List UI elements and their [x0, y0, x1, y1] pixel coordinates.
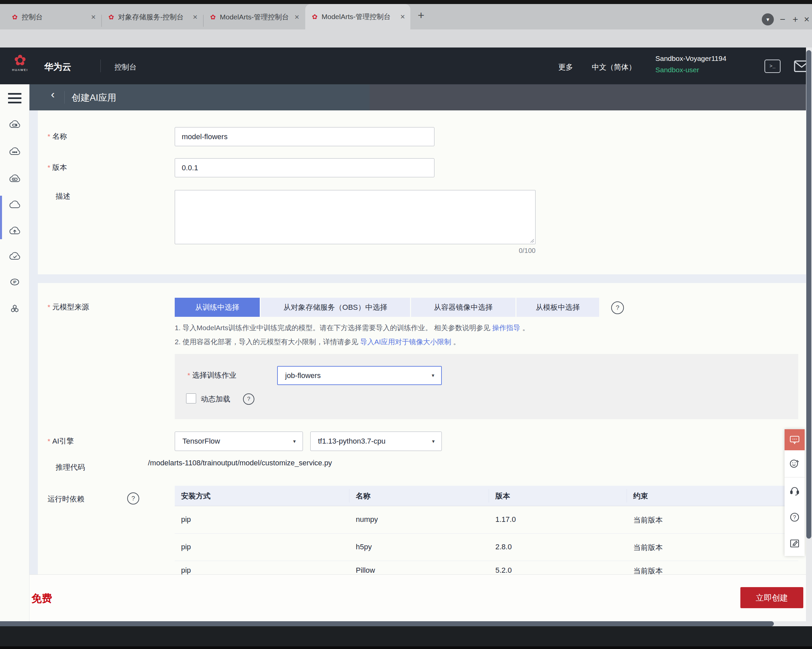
- source-tab-container-image[interactable]: 从容器镜像中选择: [411, 298, 516, 317]
- tab-close-icon[interactable]: ×: [295, 12, 299, 22]
- chevron-down-icon: ▼: [292, 439, 296, 444]
- browser-tab-modelarts-active[interactable]: ✿ ModelArts-管理控制台 ×: [305, 4, 411, 29]
- page-back-button[interactable]: ‹: [51, 88, 55, 101]
- note-text: 。: [451, 338, 460, 346]
- source-note-1: 1. 导入ModelArts训练作业中训练完成的模型。请在下方选择需要导入的训练…: [175, 323, 529, 332]
- brand-name[interactable]: 华为云: [44, 61, 71, 73]
- header-more[interactable]: 更多: [558, 62, 573, 72]
- cloud-dots-icon[interactable]: [9, 146, 21, 157]
- resize-grip-icon[interactable]: [530, 238, 534, 243]
- free-badge: 免费: [32, 591, 52, 605]
- cluster-icon[interactable]: [9, 303, 21, 314]
- ai-runtime-select[interactable]: tf1.13-python3.7-cpu ▼: [310, 431, 442, 451]
- browser-tab-modelarts-1[interactable]: ✿ ModelArts-管理控制台 ×: [203, 5, 305, 29]
- edit-note-icon: [789, 538, 800, 548]
- cell-install: pip: [181, 542, 191, 551]
- description-label: 描述: [56, 191, 70, 201]
- source-tab-obs[interactable]: 从对象存储服务（OBS）中选择: [261, 298, 410, 317]
- account-name: Sandbox-Voyager1194: [655, 53, 726, 64]
- note-text: 。: [520, 324, 530, 332]
- cell-name: numpy: [356, 515, 378, 524]
- drawer-edge-indicator: [0, 196, 2, 239]
- dynamic-load-help-icon[interactable]: ?: [243, 393, 254, 405]
- headset-icon: [789, 485, 800, 496]
- source-tab-template[interactable]: 从模板中选择: [516, 298, 599, 317]
- cloud-icon[interactable]: [9, 200, 21, 210]
- inference-code-label: 推理代码: [56, 462, 85, 472]
- cell-constraint: 当前版本: [633, 515, 663, 525]
- account-user: Sandbox-user: [655, 64, 726, 76]
- window-menu-button[interactable]: ▾: [762, 14, 774, 26]
- tab-title: 控制台: [22, 12, 88, 22]
- feedback-chat-button[interactable]: [785, 429, 804, 450]
- page-footer: [29, 574, 806, 621]
- operation-guide-link[interactable]: 操作指导: [492, 324, 520, 332]
- cloud-upload-icon[interactable]: [9, 226, 21, 236]
- image-size-limit-link[interactable]: 导入AI应用对于镜像大小限制: [360, 338, 451, 346]
- huawei-favicon-icon: ✿: [108, 13, 114, 21]
- help-button[interactable]: ?: [785, 504, 804, 530]
- train-job-label-row: * 选择训练作业: [188, 370, 236, 380]
- dependencies-help-icon[interactable]: ?: [127, 492, 139, 504]
- version-input[interactable]: [175, 158, 435, 177]
- model-source-label-row: * 元模型来源: [47, 302, 89, 312]
- cell-constraint: 当前版本: [633, 542, 663, 553]
- description-counter: 0/100: [469, 247, 536, 254]
- column-divider: [349, 489, 350, 503]
- name-input[interactable]: [175, 127, 435, 146]
- customer-service-button[interactable]: [785, 477, 804, 504]
- account-block[interactable]: Sandbox-Voyager1194 Sandbox-user: [655, 53, 726, 76]
- cloud-server-icon[interactable]: [9, 119, 21, 129]
- titlebar-divider: [64, 91, 65, 104]
- terminal-icon[interactable]: >_: [765, 59, 780, 73]
- survey-edit-button[interactable]: [785, 530, 804, 556]
- deps-header-version: 版本: [495, 491, 510, 501]
- ai-engine-label: AI引擎: [52, 436, 74, 446]
- eip-icon[interactable]: IP: [9, 277, 21, 287]
- create-now-button[interactable]: 立即创建: [740, 587, 803, 608]
- huawei-logo-text: HUAWEI: [12, 68, 28, 72]
- floating-toolbar: ?: [785, 429, 804, 556]
- dependencies-label: 运行时依赖: [47, 494, 84, 504]
- browser-tab-console[interactable]: ✿ 控制台 ×: [5, 5, 101, 29]
- nav-console[interactable]: 控制台: [114, 62, 137, 72]
- ai-runtime-value: tf1.13-python3.7-cpu: [318, 437, 386, 446]
- chat-bubble-icon: [789, 435, 800, 445]
- tab-close-icon[interactable]: ×: [400, 12, 405, 21]
- smiley-feedback-icon: [789, 458, 800, 469]
- cell-version: 1.17.0: [495, 515, 516, 524]
- description-textarea[interactable]: [175, 190, 536, 244]
- cloud-check-icon[interactable]: [9, 251, 21, 261]
- window-close-button[interactable]: ×: [804, 14, 809, 25]
- train-job-select[interactable]: job-flowers ▼: [277, 366, 442, 385]
- huawei-logo[interactable]: ✿ HUAWEI: [12, 52, 28, 72]
- help-circle-icon: ?: [789, 512, 800, 523]
- page-titlebar-right: [369, 84, 812, 110]
- ai-engine-value: TensorFlow: [182, 437, 220, 446]
- svg-text:IP: IP: [13, 280, 17, 284]
- required-asterisk: *: [47, 437, 50, 445]
- vertical-scrollbar-thumb[interactable]: [806, 50, 811, 539]
- huawei-favicon-icon: ✿: [12, 13, 18, 21]
- header-language[interactable]: 中文（简体）: [592, 62, 636, 72]
- tab-close-icon[interactable]: ×: [91, 12, 96, 22]
- satisfaction-survey-button[interactable]: [785, 450, 804, 477]
- train-job-label: 选择训练作业: [192, 370, 236, 380]
- horizontal-scrollbar-thumb[interactable]: [0, 621, 774, 626]
- dynamic-load-checkbox[interactable]: [186, 393, 196, 404]
- window-minimize-button[interactable]: −: [780, 14, 785, 25]
- cell-install: pip: [181, 566, 191, 574]
- required-asterisk: *: [47, 164, 50, 172]
- cloud-storage-icon[interactable]: [9, 174, 21, 184]
- model-source-label: 元模型来源: [52, 302, 89, 312]
- new-tab-button[interactable]: +: [418, 9, 424, 22]
- left-sidebar: IP: [0, 84, 29, 628]
- window-maximize-button[interactable]: +: [792, 14, 798, 25]
- ai-engine-select[interactable]: TensorFlow ▼: [175, 431, 303, 451]
- browser-tab-obs[interactable]: ✿ 对象存储服务-控制台 ×: [102, 5, 203, 29]
- hamburger-menu-icon[interactable]: [8, 93, 21, 104]
- required-asterisk: *: [188, 371, 190, 379]
- tab-close-icon[interactable]: ×: [193, 12, 197, 22]
- source-tab-training[interactable]: 从训练中选择: [175, 298, 260, 317]
- model-source-help-icon[interactable]: ?: [611, 302, 624, 314]
